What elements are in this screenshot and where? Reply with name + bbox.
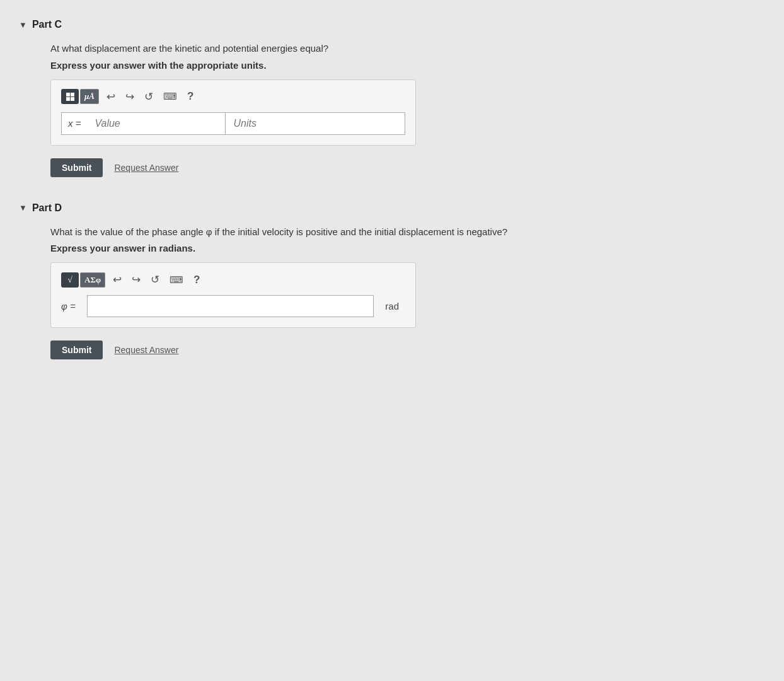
part-d-sigma-label: ΑΣφ bbox=[84, 275, 101, 284]
part-d-title: Part D bbox=[32, 202, 62, 214]
part-d-actions: Submit Request Answer bbox=[50, 340, 765, 359]
part-d-sqrt-btn[interactable]: √ bbox=[61, 272, 79, 288]
part-d-instruction: Express your answer in radians. bbox=[50, 243, 765, 253]
part-d-request-answer-button[interactable]: Request Answer bbox=[114, 345, 178, 355]
part-d-sigma-btn[interactable]: ΑΣφ bbox=[80, 272, 105, 288]
part-c-mu-label: μÅ bbox=[84, 91, 95, 101]
part-c-value-input[interactable] bbox=[87, 113, 226, 134]
part-d-undo-icon: ↩ bbox=[113, 274, 122, 286]
part-d-input-row: φ = rad bbox=[61, 295, 405, 317]
part-c-toolbar: μÅ ↩ ↪ ↺ ⌨ ? bbox=[61, 89, 405, 105]
part-c-keyboard-btn[interactable]: ⌨ bbox=[161, 89, 180, 104]
part-c-undo-icon: ↩ bbox=[107, 91, 115, 103]
part-c-keyboard-icon: ⌨ bbox=[163, 91, 177, 102]
part-d-header: ▼ Part D bbox=[19, 202, 765, 214]
part-d-section: ▼ Part D What is the value of the phase … bbox=[19, 202, 765, 360]
part-d-input-wrapper bbox=[87, 295, 374, 317]
part-d-answer-box: √ ΑΣφ ↩ ↪ ↺ bbox=[50, 262, 416, 328]
part-c-collapse-arrow[interactable]: ▼ bbox=[19, 20, 27, 30]
part-d-help-btn[interactable]: ? bbox=[191, 272, 202, 288]
part-c-redo-icon: ↪ bbox=[125, 91, 134, 103]
part-c-instruction: Express your answer with the appropriate… bbox=[50, 60, 765, 71]
part-d-refresh-btn[interactable]: ↺ bbox=[148, 272, 162, 288]
part-d-body: What is the value of the phase angle φ i… bbox=[19, 225, 765, 360]
part-d-units-label: rad bbox=[379, 296, 405, 317]
part-d-keyboard-icon: ⌨ bbox=[170, 274, 183, 285]
part-c-request-answer-button[interactable]: Request Answer bbox=[114, 163, 178, 173]
part-c-mu-btn[interactable]: μÅ bbox=[80, 89, 99, 104]
part-d-question: What is the value of the phase angle φ i… bbox=[50, 225, 765, 240]
part-d-keyboard-btn[interactable]: ⌨ bbox=[167, 272, 186, 288]
part-c-section: ▼ Part C At what displacement are the ki… bbox=[19, 19, 765, 177]
part-c-title: Part C bbox=[32, 19, 62, 30]
part-d-refresh-icon: ↺ bbox=[151, 274, 159, 286]
part-c-refresh-icon: ↺ bbox=[144, 91, 153, 103]
part-c-help-btn[interactable]: ? bbox=[185, 89, 196, 104]
part-d-sqrt-icon: √ bbox=[67, 275, 72, 285]
part-c-actions: Submit Request Answer bbox=[50, 158, 765, 177]
part-c-units-input[interactable] bbox=[226, 113, 405, 134]
part-c-redo-btn[interactable]: ↪ bbox=[123, 89, 137, 105]
part-c-question: At what displacement are the kinetic and… bbox=[50, 42, 765, 56]
part-c-help-icon: ? bbox=[187, 90, 193, 102]
part-c-submit-button[interactable]: Submit bbox=[50, 158, 103, 177]
page-container: ▼ Part C At what displacement are the ki… bbox=[0, 13, 784, 391]
part-d-value-input[interactable] bbox=[88, 296, 374, 317]
part-c-fraction-btn[interactable] bbox=[61, 89, 79, 104]
part-c-input-row: x = bbox=[61, 112, 405, 135]
part-c-undo-btn[interactable]: ↩ bbox=[104, 89, 118, 105]
part-c-header: ▼ Part C bbox=[19, 19, 765, 30]
part-d-undo-btn[interactable]: ↩ bbox=[110, 272, 124, 288]
part-c-input-label: x = bbox=[62, 113, 87, 134]
part-c-answer-box: μÅ ↩ ↪ ↺ ⌨ ? bbox=[50, 79, 416, 146]
part-d-collapse-arrow[interactable]: ▼ bbox=[19, 203, 27, 212]
part-d-submit-button[interactable]: Submit bbox=[50, 340, 103, 359]
part-d-toolbar: √ ΑΣφ ↩ ↪ ↺ bbox=[61, 272, 405, 288]
part-c-refresh-btn[interactable]: ↺ bbox=[142, 89, 156, 105]
part-d-redo-btn[interactable]: ↪ bbox=[129, 272, 143, 288]
part-c-body: At what displacement are the kinetic and… bbox=[19, 42, 765, 177]
part-d-redo-icon: ↪ bbox=[132, 274, 141, 286]
part-d-help-icon: ? bbox=[193, 274, 200, 286]
part-d-input-label: φ = bbox=[61, 296, 82, 317]
